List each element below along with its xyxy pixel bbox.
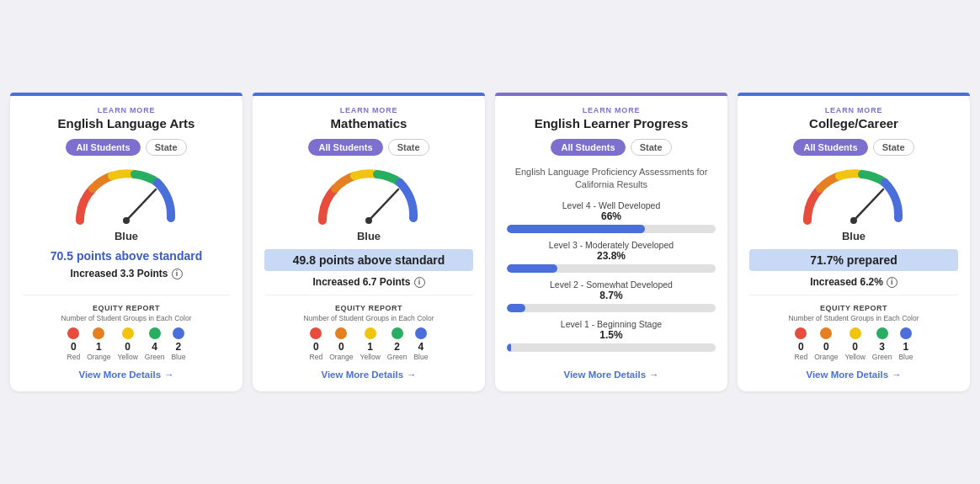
view-more-link[interactable]: View More Details → [806, 370, 901, 380]
view-more-label: View More Details [563, 370, 646, 380]
learn-more-label[interactable]: LEARN MORE [825, 106, 883, 114]
view-more-link[interactable]: View More Details → [321, 370, 416, 380]
equity-color-name: Blue [413, 353, 428, 361]
equity-item-yellow: 1Yellow [360, 327, 381, 361]
elp-level-pct: 23.8% [507, 250, 716, 262]
elp-bar-fill [507, 264, 557, 273]
increase-text: Increased 6.7 Pointsi [312, 276, 424, 288]
elp-level-4: Level 1 - Beginning Stage1.5% [507, 319, 716, 352]
equity-color-dot [173, 327, 184, 339]
view-more-link[interactable]: View More Details → [78, 370, 173, 380]
equity-color-name: Orange [329, 353, 353, 361]
card-top-border [495, 93, 727, 96]
elp-bar-track [507, 264, 716, 273]
equity-color-dot [310, 327, 322, 339]
learn-more-label[interactable]: LEARN MORE [98, 106, 156, 114]
svg-point-5 [850, 217, 857, 224]
elp-bar-track [507, 343, 716, 352]
equity-color-dot [93, 327, 104, 339]
card-ela: LEARN MOREEnglish Language ArtsAll Stude… [10, 93, 242, 391]
equity-color-dot [365, 327, 376, 339]
equity-item-yellow: 0Yellow [118, 327, 138, 361]
filter-state[interactable]: State [873, 139, 914, 156]
elp-level-pct: 1.5% [507, 329, 716, 341]
elp-level-label: Level 2 - Somewhat Developed [507, 279, 716, 290]
equity-color-dot [876, 327, 888, 339]
view-more-link[interactable]: View More Details → [563, 370, 658, 380]
equity-count: 1 [367, 341, 373, 353]
filter-all-students[interactable]: All Students [551, 139, 625, 156]
view-more-label: View More Details [321, 370, 403, 380]
filter-buttons: All StudentsState [551, 139, 671, 156]
equity-color-name: Blue [898, 353, 913, 361]
equity-item-blue: 2Blue [171, 327, 185, 361]
arrow-icon: → [649, 370, 659, 380]
svg-line-0 [126, 189, 156, 221]
equity-count: 1 [96, 341, 102, 353]
filter-state[interactable]: State [631, 139, 672, 156]
increase-text: Increased 3.3 Pointsi [70, 268, 182, 279]
equity-color-name: Red [795, 353, 808, 361]
equity-count: 0 [798, 341, 804, 353]
equity-item-yellow: 0Yellow [845, 327, 865, 361]
equity-color-dot [391, 327, 403, 339]
increase-text: Increased 6.2%i [810, 276, 897, 288]
equity-color-name: Green [145, 353, 165, 361]
equity-color-name: Yellow [360, 353, 381, 361]
equity-count: 1 [903, 341, 909, 353]
card-top-border [10, 93, 242, 96]
equity-title: EQUITY REPORT [264, 304, 473, 312]
equity-color-name: Yellow [118, 353, 138, 361]
equity-count: 2 [176, 341, 182, 353]
card-math: LEARN MOREMathematicsAll StudentsState B… [253, 93, 485, 391]
equity-item-green: 4Green [145, 327, 165, 361]
gauge [314, 166, 423, 225]
elp-bar-track [507, 225, 716, 233]
elp-level-1: Level 4 - Well Developed66% [507, 200, 716, 233]
equity-count: 3 [879, 341, 885, 353]
card-top-border [253, 93, 485, 96]
equity-colors: 0Red1Orange0Yellow4Green2Blue [22, 327, 231, 361]
elp-bar-fill [507, 304, 525, 312]
increase-label: Increased 3.3 Points [70, 268, 168, 279]
equity-item-blue: 4Blue [413, 327, 428, 361]
arrow-icon: → [164, 370, 174, 380]
info-icon[interactable]: i [172, 269, 183, 279]
info-icon[interactable]: i [887, 277, 897, 288]
elp-level-label: Level 3 - Moderately Developed [507, 240, 716, 250]
arrow-icon: → [892, 370, 902, 380]
filter-state[interactable]: State [146, 139, 187, 156]
filter-all-students[interactable]: All Students [308, 139, 382, 156]
score-text: 70.5 points above standard [51, 249, 203, 263]
filter-buttons: All StudentsState [308, 139, 429, 156]
equity-subtitle: Number of Student Groups in Each Color [749, 314, 958, 322]
gauge-color-label: Blue [115, 230, 138, 242]
equity-count: 0 [125, 341, 130, 353]
equity-color-dot [122, 327, 134, 339]
elp-level-pct: 8.7% [507, 290, 716, 301]
filter-all-students[interactable]: All Students [66, 139, 140, 156]
equity-item-orange: 0Orange [814, 327, 838, 361]
equity-color-dot [67, 327, 79, 339]
increase-label: Increased 6.2% [810, 276, 883, 288]
info-icon[interactable]: i [414, 277, 425, 288]
learn-more-label[interactable]: LEARN MORE [583, 106, 641, 114]
elp-bar-fill [507, 225, 645, 233]
equity-color-name: Green [387, 353, 407, 361]
equity-color-name: Red [67, 353, 81, 361]
equity-color-name: Orange [814, 353, 838, 361]
learn-more-label[interactable]: LEARN MORE [340, 106, 398, 114]
filter-state[interactable]: State [388, 139, 429, 156]
elp-bar-fill [507, 343, 511, 352]
equity-color-name: Blue [171, 353, 185, 361]
gauge-color-label: Blue [357, 230, 381, 242]
equity-color-dot [149, 327, 161, 339]
equity-title: EQUITY REPORT [749, 304, 958, 312]
filter-all-students[interactable]: All Students [793, 139, 867, 156]
gauge [72, 166, 181, 225]
equity-count: 0 [823, 341, 829, 353]
card-title: English Learner Progress [535, 116, 689, 130]
elp-level-label: Level 1 - Beginning Stage [507, 319, 716, 329]
equity-item-blue: 1Blue [898, 327, 913, 361]
view-more-label: View More Details [78, 370, 161, 380]
